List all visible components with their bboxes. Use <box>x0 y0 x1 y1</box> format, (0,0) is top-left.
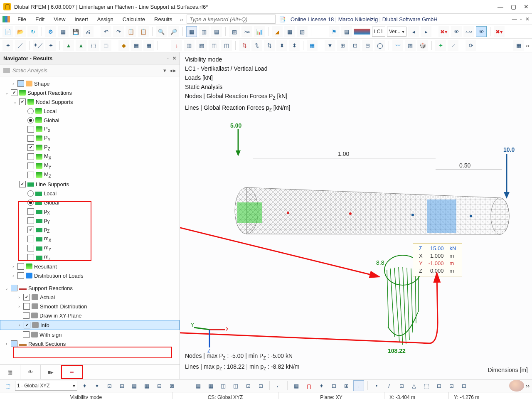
menu-more[interactable]: ›› <box>180 16 183 22</box>
svg-line-19 <box>411 268 413 332</box>
grid-icon[interactable]: ▦ <box>58 26 69 37</box>
undo-icon[interactable]: ↶ <box>101 26 111 37</box>
menu-insert[interactable]: Insert <box>70 15 92 23</box>
panel-tabs: ▦ 👁 ■▸ ━ <box>0 365 180 379</box>
logo-icon <box>2 16 10 22</box>
svg-line-20 <box>415 269 416 323</box>
overlay-text: Visibility mode LC1 - Vertikallast / Ver… <box>185 55 290 115</box>
toolbar-1: 📄 📂 ↻ ⚙ ▦ 💾 🖨 ↶ ↷ 📋 📋 🔍 🔎 ▦ ▥ ▤ ▨ >sc 📊 … <box>0 25 532 39</box>
gear-icon[interactable]: ⚙ <box>45 26 56 37</box>
flag-icon[interactable]: ⚑ <box>329 26 340 37</box>
svg-line-25 <box>194 328 209 330</box>
model-cylinder <box>226 180 517 259</box>
results-tree[interactable]: ›Shape ⌄Support Reactions ⌄Nodal Support… <box>0 76 180 365</box>
menu-assign[interactable]: Assign <box>93 15 118 23</box>
license-label: Online License 18 | Marco Nikoleizig | D… <box>291 16 438 22</box>
open-icon[interactable]: 📂 <box>15 26 26 37</box>
info-box: Σ15.00kNX1.000mY-1.000mZ0.000m <box>413 243 462 276</box>
redo-icon[interactable]: ↷ <box>113 26 124 37</box>
tab-data[interactable]: ▦ <box>0 365 20 379</box>
window-title: Dlubal RFEM | 6.08.0007 | Linienlager an… <box>14 4 498 10</box>
annotation-box-2 <box>13 347 172 358</box>
new-icon[interactable]: 📄 <box>2 26 13 37</box>
svg-rect-6 <box>237 202 262 223</box>
value-force: 10.0 <box>503 146 515 153</box>
tab-results[interactable]: ━ <box>61 365 83 379</box>
svg-point-11 <box>470 215 472 217</box>
status-bar: Visibility mode CS: Global XYZ Plane: XY… <box>0 392 532 399</box>
navigator-panel: Navigator - Results ▫✕ Static Analysis ▾… <box>0 52 180 379</box>
avatar[interactable] <box>509 380 524 392</box>
undock-icon[interactable]: ▫ <box>167 56 169 61</box>
svg-rect-7 <box>427 200 456 233</box>
print-icon[interactable]: 🖨 <box>83 26 94 37</box>
svg-marker-1 <box>236 150 241 156</box>
svg-line-14 <box>390 268 394 337</box>
value-load: 5.00 <box>230 122 241 129</box>
dimensions-label: Dimensions [m] <box>488 367 528 373</box>
filter-icon[interactable]: ▼ <box>325 40 335 51</box>
svg-line-15 <box>394 268 399 342</box>
save-icon[interactable]: 💾 <box>70 26 81 37</box>
menu-file[interactable]: File <box>13 15 30 23</box>
panel-close-icon[interactable]: ✕ <box>172 56 176 61</box>
menu-edit[interactable]: Edit <box>31 15 49 23</box>
svg-line-16 <box>399 267 403 345</box>
svg-text:Y: Y <box>191 322 194 328</box>
svg-text:X: X <box>226 326 228 332</box>
lc-combo[interactable]: LC1 <box>372 27 385 37</box>
panel-title: Navigator - Results <box>3 55 52 62</box>
bottom-toolbar: ⬚ 1 - Global XYZ▾ ✦✦ ⊡⊞ ▦▦ ⊟⊠ ▦▦ ◫◫ ⊡⊡ ⌐… <box>0 379 532 392</box>
menu-calculate[interactable]: Calculate <box>118 15 149 23</box>
magnet-icon[interactable]: ⋂ <box>303 380 314 391</box>
tab-eye[interactable]: 👁 <box>20 365 41 379</box>
toolbar-2: ✦／ ✦／✦ ▲ ▲ ⬚⬚ ◆ ▦▦ ↓ ▥▨ ◫◫ ⇅ ⇅⇅ ⬍⬍ ▦ ▼ ⊞… <box>0 39 532 52</box>
value-reac-bot: 108.22 <box>388 347 406 354</box>
annotation-box-1 <box>18 201 91 261</box>
value-dim2: 0.50 <box>459 162 470 169</box>
refresh-icon[interactable]: ↻ <box>27 26 38 37</box>
menu-results[interactable]: Results <box>150 15 176 23</box>
minimize-button[interactable]: — <box>498 3 503 10</box>
value-dim1: 1.00 <box>338 150 349 157</box>
svg-point-5 <box>491 198 509 234</box>
search-input[interactable] <box>187 15 276 24</box>
viewport[interactable]: Visibility mode LC1 - Vertikallast / Ver… <box>180 52 532 379</box>
gradient-icon[interactable] <box>354 29 370 34</box>
svg-point-10 <box>411 214 414 216</box>
cs-combo[interactable]: 1 - Global XYZ▾ <box>15 381 77 391</box>
analysis-combo[interactable]: Static Analysis <box>12 67 47 74</box>
tab-camera[interactable]: ■▸ <box>41 365 61 379</box>
svg-point-8 <box>287 212 289 214</box>
close-button[interactable]: ✕ <box>524 3 529 10</box>
title-bar: Dlubal RFEM | 6.08.0007 | Linienlager an… <box>0 0 532 14</box>
axis-gizmo: X Y Z <box>191 315 228 352</box>
menu-bar: File Edit View Insert Assign Calculate R… <box>0 14 532 25</box>
svg-point-9 <box>349 212 352 215</box>
app-icon <box>3 3 11 10</box>
summary-text: Nodes | max PZ : -5.00 | min PZ : -5.00 … <box>185 352 300 373</box>
maximize-button[interactable]: ▢ <box>511 3 516 10</box>
menu-view[interactable]: View <box>49 15 69 23</box>
lc-name-combo[interactable]: Ver... ▾ <box>387 27 406 37</box>
